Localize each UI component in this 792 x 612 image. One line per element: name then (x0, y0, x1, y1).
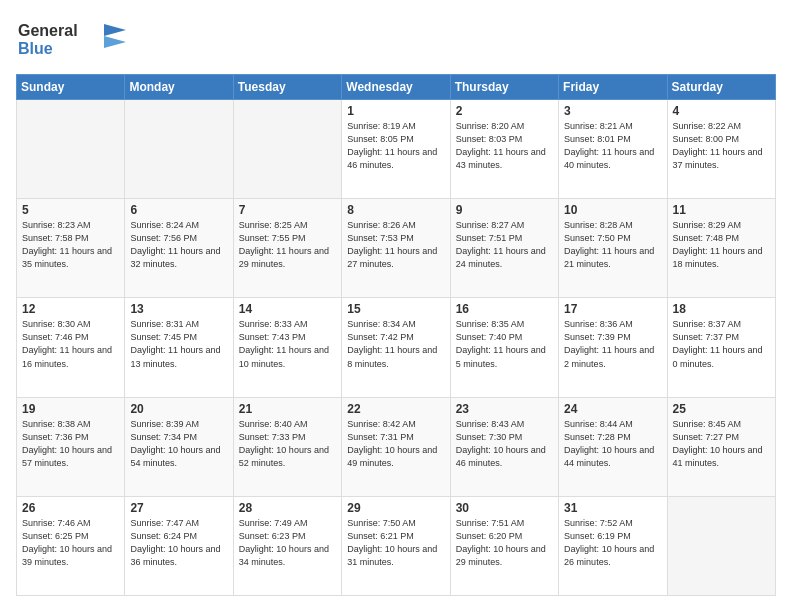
day-cell: 11Sunrise: 8:29 AM Sunset: 7:48 PM Dayli… (667, 199, 775, 298)
day-content: Sunrise: 8:38 AM Sunset: 7:36 PM Dayligh… (22, 418, 119, 470)
day-cell (17, 100, 125, 199)
day-number: 24 (564, 402, 661, 416)
day-content: Sunrise: 8:20 AM Sunset: 8:03 PM Dayligh… (456, 120, 553, 172)
day-cell: 22Sunrise: 8:42 AM Sunset: 7:31 PM Dayli… (342, 397, 450, 496)
day-number: 2 (456, 104, 553, 118)
day-number: 3 (564, 104, 661, 118)
week-row-5: 26Sunrise: 7:46 AM Sunset: 6:25 PM Dayli… (17, 496, 776, 595)
day-cell: 4Sunrise: 8:22 AM Sunset: 8:00 PM Daylig… (667, 100, 775, 199)
day-number: 10 (564, 203, 661, 217)
day-content: Sunrise: 8:25 AM Sunset: 7:55 PM Dayligh… (239, 219, 336, 271)
day-number: 18 (673, 302, 770, 316)
day-content: Sunrise: 8:33 AM Sunset: 7:43 PM Dayligh… (239, 318, 336, 370)
day-cell: 18Sunrise: 8:37 AM Sunset: 7:37 PM Dayli… (667, 298, 775, 397)
day-cell: 2Sunrise: 8:20 AM Sunset: 8:03 PM Daylig… (450, 100, 558, 199)
day-cell: 20Sunrise: 8:39 AM Sunset: 7:34 PM Dayli… (125, 397, 233, 496)
logo: General Blue (16, 16, 126, 64)
day-content: Sunrise: 8:29 AM Sunset: 7:48 PM Dayligh… (673, 219, 770, 271)
day-cell (667, 496, 775, 595)
calendar-table: SundayMondayTuesdayWednesdayThursdayFrid… (16, 74, 776, 596)
day-number: 1 (347, 104, 444, 118)
day-cell: 29Sunrise: 7:50 AM Sunset: 6:21 PM Dayli… (342, 496, 450, 595)
weekday-header-monday: Monday (125, 75, 233, 100)
day-number: 21 (239, 402, 336, 416)
day-content: Sunrise: 8:27 AM Sunset: 7:51 PM Dayligh… (456, 219, 553, 271)
calendar-page: General Blue SundayMondayTuesdayWednesda… (0, 0, 792, 612)
day-number: 28 (239, 501, 336, 515)
day-content: Sunrise: 8:23 AM Sunset: 7:58 PM Dayligh… (22, 219, 119, 271)
day-content: Sunrise: 7:46 AM Sunset: 6:25 PM Dayligh… (22, 517, 119, 569)
week-row-1: 1Sunrise: 8:19 AM Sunset: 8:05 PM Daylig… (17, 100, 776, 199)
day-cell: 7Sunrise: 8:25 AM Sunset: 7:55 PM Daylig… (233, 199, 341, 298)
week-row-4: 19Sunrise: 8:38 AM Sunset: 7:36 PM Dayli… (17, 397, 776, 496)
day-number: 20 (130, 402, 227, 416)
day-number: 23 (456, 402, 553, 416)
day-number: 7 (239, 203, 336, 217)
day-number: 11 (673, 203, 770, 217)
day-cell: 3Sunrise: 8:21 AM Sunset: 8:01 PM Daylig… (559, 100, 667, 199)
day-content: Sunrise: 8:19 AM Sunset: 8:05 PM Dayligh… (347, 120, 444, 172)
day-cell: 14Sunrise: 8:33 AM Sunset: 7:43 PM Dayli… (233, 298, 341, 397)
day-number: 6 (130, 203, 227, 217)
day-number: 17 (564, 302, 661, 316)
day-cell: 21Sunrise: 8:40 AM Sunset: 7:33 PM Dayli… (233, 397, 341, 496)
day-content: Sunrise: 7:51 AM Sunset: 6:20 PM Dayligh… (456, 517, 553, 569)
day-content: Sunrise: 8:35 AM Sunset: 7:40 PM Dayligh… (456, 318, 553, 370)
day-number: 16 (456, 302, 553, 316)
weekday-header-saturday: Saturday (667, 75, 775, 100)
day-cell: 23Sunrise: 8:43 AM Sunset: 7:30 PM Dayli… (450, 397, 558, 496)
logo-text: General Blue (16, 16, 126, 64)
day-cell: 12Sunrise: 8:30 AM Sunset: 7:46 PM Dayli… (17, 298, 125, 397)
day-number: 27 (130, 501, 227, 515)
day-cell: 27Sunrise: 7:47 AM Sunset: 6:24 PM Dayli… (125, 496, 233, 595)
week-row-3: 12Sunrise: 8:30 AM Sunset: 7:46 PM Dayli… (17, 298, 776, 397)
day-content: Sunrise: 8:43 AM Sunset: 7:30 PM Dayligh… (456, 418, 553, 470)
day-content: Sunrise: 7:49 AM Sunset: 6:23 PM Dayligh… (239, 517, 336, 569)
day-content: Sunrise: 8:39 AM Sunset: 7:34 PM Dayligh… (130, 418, 227, 470)
day-cell: 13Sunrise: 8:31 AM Sunset: 7:45 PM Dayli… (125, 298, 233, 397)
day-cell: 10Sunrise: 8:28 AM Sunset: 7:50 PM Dayli… (559, 199, 667, 298)
day-content: Sunrise: 8:36 AM Sunset: 7:39 PM Dayligh… (564, 318, 661, 370)
day-content: Sunrise: 8:40 AM Sunset: 7:33 PM Dayligh… (239, 418, 336, 470)
day-content: Sunrise: 8:37 AM Sunset: 7:37 PM Dayligh… (673, 318, 770, 370)
day-cell (125, 100, 233, 199)
weekday-header-row: SundayMondayTuesdayWednesdayThursdayFrid… (17, 75, 776, 100)
day-content: Sunrise: 8:34 AM Sunset: 7:42 PM Dayligh… (347, 318, 444, 370)
day-content: Sunrise: 8:45 AM Sunset: 7:27 PM Dayligh… (673, 418, 770, 470)
day-cell: 31Sunrise: 7:52 AM Sunset: 6:19 PM Dayli… (559, 496, 667, 595)
day-number: 15 (347, 302, 444, 316)
weekday-header-sunday: Sunday (17, 75, 125, 100)
weekday-header-thursday: Thursday (450, 75, 558, 100)
day-cell: 28Sunrise: 7:49 AM Sunset: 6:23 PM Dayli… (233, 496, 341, 595)
day-number: 25 (673, 402, 770, 416)
day-cell: 25Sunrise: 8:45 AM Sunset: 7:27 PM Dayli… (667, 397, 775, 496)
day-number: 19 (22, 402, 119, 416)
svg-text:Blue: Blue (18, 40, 53, 57)
day-cell: 16Sunrise: 8:35 AM Sunset: 7:40 PM Dayli… (450, 298, 558, 397)
day-content: Sunrise: 7:52 AM Sunset: 6:19 PM Dayligh… (564, 517, 661, 569)
day-cell: 26Sunrise: 7:46 AM Sunset: 6:25 PM Dayli… (17, 496, 125, 595)
day-cell: 1Sunrise: 8:19 AM Sunset: 8:05 PM Daylig… (342, 100, 450, 199)
day-content: Sunrise: 8:26 AM Sunset: 7:53 PM Dayligh… (347, 219, 444, 271)
day-number: 9 (456, 203, 553, 217)
day-number: 14 (239, 302, 336, 316)
day-cell (233, 100, 341, 199)
day-content: Sunrise: 8:42 AM Sunset: 7:31 PM Dayligh… (347, 418, 444, 470)
weekday-header-wednesday: Wednesday (342, 75, 450, 100)
weekday-header-friday: Friday (559, 75, 667, 100)
day-cell: 19Sunrise: 8:38 AM Sunset: 7:36 PM Dayli… (17, 397, 125, 496)
day-content: Sunrise: 8:44 AM Sunset: 7:28 PM Dayligh… (564, 418, 661, 470)
week-row-2: 5Sunrise: 8:23 AM Sunset: 7:58 PM Daylig… (17, 199, 776, 298)
day-content: Sunrise: 8:21 AM Sunset: 8:01 PM Dayligh… (564, 120, 661, 172)
day-number: 30 (456, 501, 553, 515)
day-cell: 30Sunrise: 7:51 AM Sunset: 6:20 PM Dayli… (450, 496, 558, 595)
day-content: Sunrise: 8:22 AM Sunset: 8:00 PM Dayligh… (673, 120, 770, 172)
day-content: Sunrise: 7:47 AM Sunset: 6:24 PM Dayligh… (130, 517, 227, 569)
day-number: 4 (673, 104, 770, 118)
day-number: 5 (22, 203, 119, 217)
day-cell: 8Sunrise: 8:26 AM Sunset: 7:53 PM Daylig… (342, 199, 450, 298)
day-cell: 24Sunrise: 8:44 AM Sunset: 7:28 PM Dayli… (559, 397, 667, 496)
day-number: 22 (347, 402, 444, 416)
day-cell: 9Sunrise: 8:27 AM Sunset: 7:51 PM Daylig… (450, 199, 558, 298)
day-number: 8 (347, 203, 444, 217)
